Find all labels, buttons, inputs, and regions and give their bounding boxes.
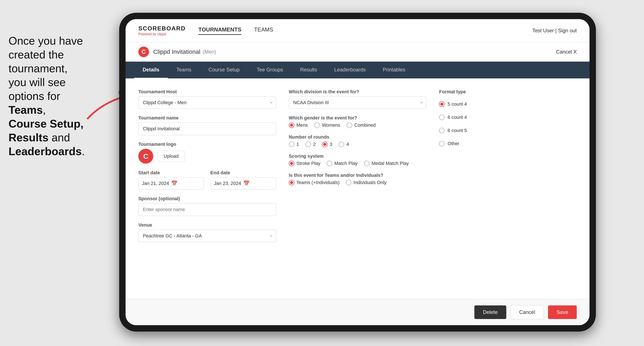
nav-tournaments[interactable]: TOURNAMENTS (198, 26, 241, 35)
venue-label: Venue (138, 222, 276, 228)
logo-text: SCOREBOARD (138, 25, 186, 32)
rounds-2-radio[interactable] (306, 142, 311, 147)
end-date-label: End date (210, 170, 276, 175)
bold-course-setup: Course Setup, (8, 118, 84, 130)
upload-button[interactable]: Upload (158, 151, 185, 162)
teams-radio[interactable] (289, 180, 294, 185)
tab-teams[interactable]: Teams (168, 62, 200, 78)
gender-womens-radio[interactable] (314, 122, 320, 128)
cancel-x-button[interactable]: Cancel X (556, 49, 577, 55)
rounds-3[interactable]: 3 (322, 142, 332, 147)
gender-mens-radio[interactable] (289, 122, 294, 128)
nav-links: TOURNAMENTS TEAMS (198, 26, 532, 35)
gender-label: Which gender is the event for? (289, 115, 426, 121)
venue-select[interactable]: Peachtree GC - Atlanta - GA (138, 229, 276, 242)
user-area: Test User | Sign out (532, 28, 577, 34)
team-individual-field: Is this event for Teams and/or Individua… (289, 173, 426, 185)
gender-combined[interactable]: Combined (347, 122, 376, 128)
tournament-name-input[interactable] (138, 122, 276, 135)
rounds-3-radio[interactable] (322, 142, 328, 147)
calendar-icon-end: 📅 (243, 180, 250, 186)
breadcrumb-subtitle: (Men) (203, 49, 216, 55)
cancel-button[interactable]: Cancel (510, 305, 544, 319)
rounds-4[interactable]: 4 (338, 142, 349, 147)
division-select[interactable]: NCAA Division III (289, 96, 426, 109)
logo-preview: C (138, 149, 153, 164)
tab-leaderboards[interactable]: Leaderboards (326, 62, 374, 78)
form-col-left: Tournament Host Clippd College - Men Tou… (138, 89, 276, 288)
scoring-label: Scoring system (289, 154, 426, 159)
breadcrumb-bar: C Clippd Invitational (Men) Cancel X (126, 42, 590, 62)
sponsor-field: Sponsor (optional) (138, 196, 276, 216)
gender-mens[interactable]: Mens (289, 122, 308, 128)
tournament-name-field: Tournament name (138, 115, 276, 135)
tournament-logo-label: Tournament logo (138, 142, 276, 147)
tab-course-setup[interactable]: Course Setup (200, 62, 248, 78)
tab-printables[interactable]: Printables (374, 62, 414, 78)
scoring-match-radio[interactable] (327, 161, 332, 166)
scoring-match[interactable]: Match Play (327, 161, 358, 166)
end-date-input[interactable]: Jan 23, 2024 📅 (210, 177, 276, 189)
format-other[interactable]: Other (439, 141, 577, 147)
rounds-1-radio[interactable] (289, 142, 294, 147)
gender-radio-group: Mens Womens Combined (289, 122, 426, 128)
scoring-field: Scoring system Stroke Play Match Play (289, 154, 426, 166)
tab-results[interactable]: Results (292, 62, 326, 78)
venue-field: Venue Peachtree GC - Atlanta - GA (138, 222, 276, 242)
rounds-radio-group: 1 2 3 4 (289, 142, 426, 147)
division-label: Which division is the event for? (289, 89, 426, 95)
rounds-field: Number of rounds 1 2 (289, 134, 426, 147)
division-field: Which division is the event for? NCAA Di… (289, 89, 426, 109)
format-type-label: Format type (439, 89, 577, 95)
team-individual-radio-group: Teams (+Individuals) Individuals Only (289, 180, 426, 185)
breadcrumb-icon: C (138, 46, 149, 57)
tournament-logo-field: Tournament logo C Upload (138, 142, 276, 164)
scoring-medal-match[interactable]: Medal Match Play (364, 161, 409, 166)
rounds-2[interactable]: 2 (306, 142, 316, 147)
rounds-1[interactable]: 1 (289, 142, 299, 147)
team-individuals[interactable]: Teams (+Individuals) (289, 180, 340, 185)
tablet-screen: SCOREBOARD Powered by clippd TOURNAMENTS… (126, 19, 590, 325)
gender-womens[interactable]: Womens (314, 122, 340, 128)
rounds-label: Number of rounds (289, 134, 426, 140)
dates-row: Start date Jan 21, 2024 📅 End date Jan 2… (138, 170, 276, 189)
individuals-radio[interactable] (346, 180, 351, 185)
main-content: Tournament Host Clippd College - Men Tou… (126, 78, 590, 325)
format-5count4-radio[interactable] (439, 101, 444, 107)
format-6count4[interactable]: 6 count 4 (439, 115, 577, 120)
format-6count5[interactable]: 6 count 5 (439, 128, 577, 133)
format-6count4-radio[interactable] (439, 115, 444, 120)
scoring-stroke[interactable]: Stroke Play (289, 161, 320, 166)
start-date-input[interactable]: Jan 21, 2024 📅 (138, 177, 204, 189)
save-button[interactable]: Save (548, 305, 577, 319)
logo-upload-area: C Upload (138, 149, 276, 164)
delete-button[interactable]: Delete (474, 305, 506, 319)
format-5count4[interactable]: 5 count 4 (439, 101, 577, 107)
format-other-radio[interactable] (439, 141, 444, 147)
format-6count5-radio[interactable] (439, 128, 444, 133)
tournament-host-select[interactable]: Clippd College - Men (138, 96, 276, 109)
breadcrumb-title: Clippd Invitational (153, 48, 200, 55)
sponsor-label: Sponsor (optional) (138, 196, 276, 201)
scoring-medal-radio[interactable] (364, 161, 370, 166)
tab-bar: Details Teams Course Setup Tee Groups Re… (126, 62, 590, 78)
start-date-field: Start date Jan 21, 2024 📅 (138, 170, 204, 189)
footer-bar: Delete Cancel Save (126, 299, 590, 325)
sponsor-input[interactable] (138, 203, 276, 216)
gender-combined-radio[interactable] (347, 122, 352, 128)
tab-details[interactable]: Details (134, 62, 168, 78)
bold-results: Results (8, 131, 48, 144)
tournament-name-label: Tournament name (138, 115, 276, 121)
tablet-frame: SCOREBOARD Powered by clippd TOURNAMENTS… (119, 13, 596, 332)
bold-leaderboards: Leaderboards (8, 145, 82, 158)
scoring-stroke-radio[interactable] (289, 161, 294, 166)
form-col-right: Format type 5 count 4 6 count 4 6 count … (439, 89, 577, 288)
rounds-4-radio[interactable] (338, 142, 344, 147)
form-area: Tournament Host Clippd College - Men Tou… (126, 78, 590, 299)
scoring-radio-group: Stroke Play Match Play Medal Match Play (289, 161, 426, 166)
tab-tee-groups[interactable]: Tee Groups (248, 62, 292, 78)
user-text[interactable]: Test User | Sign out (532, 28, 577, 33)
nav-teams[interactable]: TEAMS (254, 26, 273, 35)
calendar-icon: 📅 (171, 180, 178, 186)
individuals-only[interactable]: Individuals Only (346, 180, 386, 185)
